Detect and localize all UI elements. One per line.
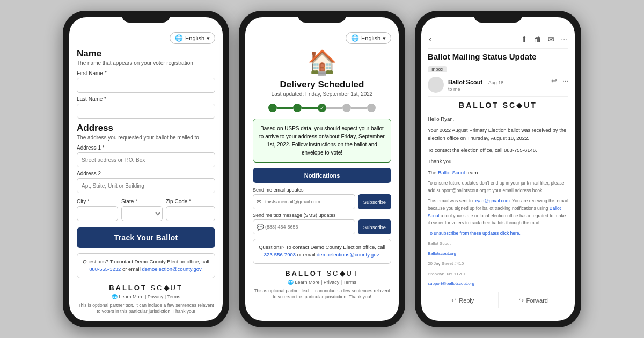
sms-subscribe-button[interactable]: Subscribe xyxy=(358,219,391,234)
language-label-1: English xyxy=(185,35,204,41)
unsubscribe-link-wrap: To unsubscribe from these updates click … xyxy=(428,230,568,238)
prog-line-3 xyxy=(326,107,342,109)
prog-line-1 xyxy=(277,107,293,109)
phone-screen-3: ‹ ⬆ 🗑 ✉ ··· Ballot Mailing Status Update… xyxy=(421,17,575,321)
ballot-scout-logo-2: BALLOT SC◆UT xyxy=(253,269,391,277)
globe-icon-2: 🌐 xyxy=(351,34,359,42)
address-section: Address The address you requested your b… xyxy=(77,123,215,221)
prog-line-4 xyxy=(351,107,367,109)
ballot-scout-link2[interactable]: Ballot Scout xyxy=(428,205,561,218)
last-name-input[interactable] xyxy=(77,104,215,119)
screen-content-1[interactable]: 🌐 English ▾ Name The name that appears o… xyxy=(69,17,223,321)
email-subscribe-button[interactable]: Subscribe xyxy=(358,194,391,209)
name-subtitle: The name that appears on your voter regi… xyxy=(77,60,215,66)
prog-dot-4 xyxy=(342,104,351,112)
email-addr-link[interactable]: ryan@gmail.com xyxy=(475,198,510,203)
email-notif-input[interactable] xyxy=(253,194,355,209)
phone-notch-1 xyxy=(122,11,170,23)
city-label: City * xyxy=(77,199,118,204)
progress-track: ✓ xyxy=(253,104,391,112)
email-footer-actions: ↩ Reply ↪ Forward xyxy=(428,292,568,308)
chevron-icon-1: ▾ xyxy=(207,35,210,42)
email-team: The Ballot Scout The Ballot Scout team t… xyxy=(428,168,568,177)
footer-text-2: This is optional partner text. It can in… xyxy=(253,288,391,301)
first-name-label: First Name * xyxy=(77,70,215,76)
upload-icon[interactable]: ⬆ xyxy=(521,35,528,43)
prog-dot-1 xyxy=(268,104,277,112)
email-title: Ballot Mailing Status Update xyxy=(428,52,568,61)
prog-dot-5 xyxy=(367,104,376,112)
sender-name: Ballot Scout Aug 18 xyxy=(448,77,547,86)
email-body1: Your 2022 August Primary Election ballot… xyxy=(428,126,568,142)
footer-links-2: 🌐 Learn More | Privacy | Terms xyxy=(253,280,391,285)
language-label-2: English xyxy=(361,35,380,41)
prog-dot-2 xyxy=(293,104,302,112)
sender-avatar xyxy=(428,77,444,93)
contact-box-2: Questions? To contact Demo County Electi… xyxy=(253,239,391,264)
reply-button[interactable]: ↩ Reply xyxy=(428,292,498,308)
more-icon[interactable]: ··· xyxy=(561,35,567,43)
contact-or-1: or email xyxy=(122,266,141,272)
sms-icon: 💬 xyxy=(257,224,264,231)
zip-input[interactable] xyxy=(166,206,215,221)
contact-phone-2[interactable]: 323-556-7903 xyxy=(264,252,296,258)
address2-input[interactable] xyxy=(77,178,215,193)
footer-links-text-1[interactable]: Learn More | Privacy | Terms xyxy=(119,294,180,299)
ballotscout-url[interactable]: Ballotscout.org xyxy=(428,251,456,256)
ellipsis-icon[interactable]: ··· xyxy=(562,77,568,85)
email-notif-input-wrap: ✉ xyxy=(253,194,355,209)
email-notif-label: Send me email updates xyxy=(253,187,391,193)
sender-info: Ballot Scout Aug 18 to me xyxy=(448,77,547,92)
sms-notif-input[interactable] xyxy=(253,219,355,234)
zip-label: Zip Code * xyxy=(166,199,215,204)
sms-notif-row: 💬 Subscribe xyxy=(253,219,391,234)
address1-label: Address 1 * xyxy=(77,145,215,151)
contact-or-2: or email xyxy=(297,252,316,258)
forward-button[interactable]: ↪ Forward xyxy=(498,292,569,308)
address-subtitle: The address you requested your ballot be… xyxy=(77,135,215,141)
email-nav-icons: ⬆ 🗑 ✉ ··· xyxy=(521,35,567,43)
footer-links-text-2[interactable]: Learn More | Privacy | Terms xyxy=(295,280,356,285)
language-button-1[interactable]: 🌐 English ▾ xyxy=(170,32,215,44)
unsubscribe-link[interactable]: To unsubscribe from these updates click … xyxy=(428,231,521,236)
track-ballot-button[interactable]: Track Your Ballot xyxy=(77,227,215,248)
address1-input[interactable] xyxy=(77,152,215,167)
prog-dot-3: ✓ xyxy=(318,104,326,112)
reply-icon[interactable]: ↩ xyxy=(551,77,557,85)
support-email[interactable]: support@ballotscout.org xyxy=(428,281,474,286)
first-name-input[interactable] xyxy=(77,78,215,93)
ballot-scout-link[interactable]: Ballot Scout xyxy=(438,170,465,175)
name-title: Name xyxy=(77,48,215,59)
phone-2: 🌐 English ▾ 🏠 Delivery Scheduled Last up… xyxy=(239,11,405,327)
email-header-bar: ‹ ⬆ 🗑 ✉ ··· xyxy=(428,32,568,49)
city-input[interactable] xyxy=(77,206,118,221)
mail-icon[interactable]: ✉ xyxy=(548,35,554,43)
email-ballot-scout-logo: BALLOT SC◆UT xyxy=(428,101,568,109)
sender-to: to me xyxy=(448,86,547,92)
email-small2: This email was sent to: ryan@gmail.com. … xyxy=(428,197,568,226)
back-icon[interactable]: ‹ xyxy=(429,34,431,44)
contact-text-1: Questions? To contact Demo County Electi… xyxy=(83,259,209,264)
contact-email-1[interactable]: demoelection@county.gov. xyxy=(142,266,202,272)
language-bar-2: 🌐 English ▾ xyxy=(253,32,391,44)
state-select[interactable] xyxy=(121,206,163,221)
contact-phone-1[interactable]: 888-555-3232 xyxy=(89,266,121,272)
language-bar-1: 🌐 English ▾ xyxy=(77,32,215,44)
notifications-header: Notifications xyxy=(253,168,391,183)
phone-screen-2: 🌐 English ▾ 🏠 Delivery Scheduled Last up… xyxy=(245,17,399,321)
delivery-title: Delivery Scheduled xyxy=(253,79,391,90)
email-icon: ✉ xyxy=(257,199,261,205)
forward-arrow-icon: ↪ xyxy=(519,297,524,304)
address-title: Address xyxy=(77,123,215,134)
screen-content-3[interactable]: ‹ ⬆ 🗑 ✉ ··· Ballot Mailing Status Update… xyxy=(421,17,575,321)
email-sender-row: Ballot Scout Aug 18 to me ↩ ··· xyxy=(428,77,568,97)
footer-links-1: 🌐 Learn More | Privacy | Terms xyxy=(77,294,215,299)
address-line2: Ballotscout.org xyxy=(428,251,568,258)
trash-icon[interactable]: 🗑 xyxy=(534,35,541,43)
email-body2: To contact the election office, call 888… xyxy=(428,146,568,154)
address-line5: support@ballotscout.org xyxy=(428,281,568,288)
language-button-2[interactable]: 🌐 English ▾ xyxy=(346,32,391,44)
contact-email-2[interactable]: demoelections@county.gov. xyxy=(317,252,380,258)
email-greeting: Hello Ryan, xyxy=(428,115,568,123)
screen-content-2[interactable]: 🌐 English ▾ 🏠 Delivery Scheduled Last up… xyxy=(245,17,399,321)
